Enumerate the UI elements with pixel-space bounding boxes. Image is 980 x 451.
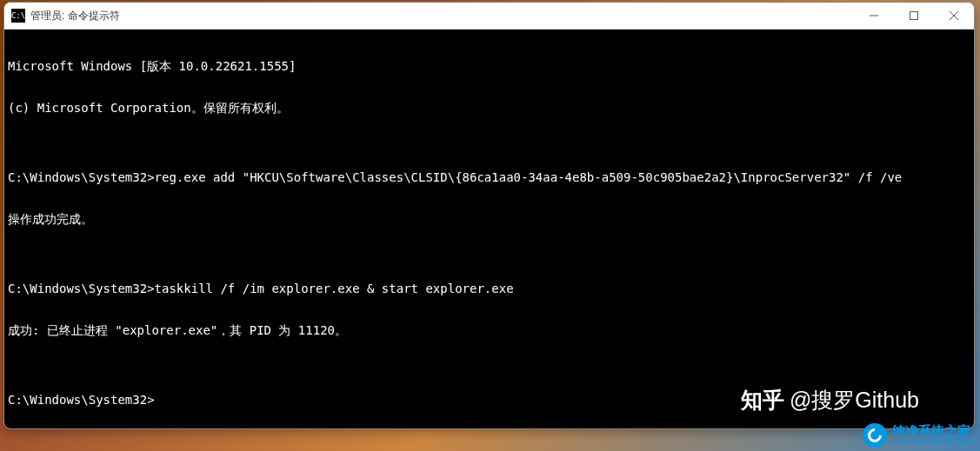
command-prompt-window: C:\ 管理员: 命令提示符 Microsoft Windows [版本 10.… (3, 2, 975, 429)
zhihu-prefix: 知乎 (741, 386, 784, 415)
zhihu-author: @搜罗Github (790, 386, 919, 415)
site-name: 纯净系统之家 (892, 424, 973, 439)
window-controls (854, 3, 974, 29)
terminal-line: C:\Windows\System32>reg.exe add "HKCU\So… (8, 170, 970, 184)
cmd-icon-label: C:\ (11, 12, 25, 20)
site-logo-icon (863, 423, 887, 448)
terminal-output[interactable]: Microsoft Windows [版本 10.0.22621.1555] (… (4, 29, 974, 428)
minimize-button[interactable] (854, 3, 894, 29)
zhihu-watermark: 知乎 @搜罗Github (741, 386, 919, 415)
terminal-line: Microsoft Windows [版本 10.0.22621.1555] (8, 59, 970, 73)
site-url: www.kzmyhome.com (892, 438, 973, 447)
titlebar[interactable]: C:\ 管理员: 命令提示符 (4, 3, 974, 29)
maximize-button[interactable] (894, 3, 934, 29)
site-watermark-text: 纯净系统之家 www.kzmyhome.com (892, 424, 973, 447)
site-watermark: 纯净系统之家 www.kzmyhome.com (863, 423, 973, 448)
terminal-line: 成功: 已终止进程 "explorer.exe"，其 PID 为 11120。 (8, 323, 970, 337)
terminal-line: C:\Windows\System32>taskkill /f /im expl… (8, 282, 970, 295)
svg-rect-1 (910, 12, 918, 20)
window-title: 管理员: 命令提示符 (30, 9, 120, 23)
close-button[interactable] (934, 3, 974, 29)
terminal-line: (c) Microsoft Corporation。保留所有权利。 (8, 101, 970, 115)
cmd-icon: C:\ (11, 9, 25, 23)
terminal-line: 操作成功完成。 (8, 212, 970, 226)
